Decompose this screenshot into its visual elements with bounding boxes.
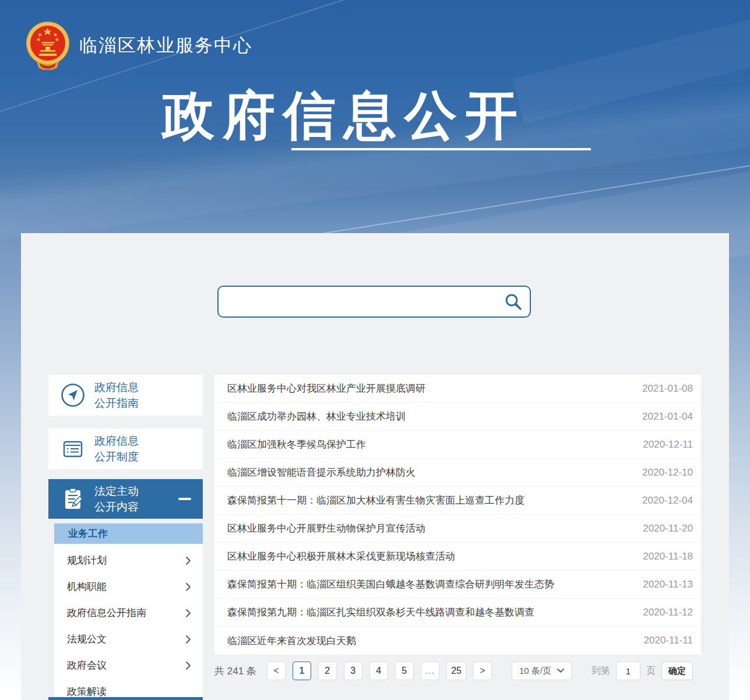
news-row[interactable]: 临淄区增设智能语音提示系统助力护林防火2020-12-10 xyxy=(214,459,701,487)
compass-icon xyxy=(60,382,86,408)
chevron-right-icon xyxy=(185,556,191,565)
news-title[interactable]: 区林业服务中心对我区林业产业开展摸底调研 xyxy=(227,382,425,395)
page-number-button[interactable]: 5 xyxy=(395,662,414,680)
news-title[interactable]: 森保简报第十期：临淄区组织美国白蛾越冬基数调查综合研判明年发生态势 xyxy=(227,578,554,591)
goto-page-input[interactable] xyxy=(616,662,640,680)
sidebar-menu: 规划计划机构职能政府信息公开指南法规公文政府会议政策解读 xyxy=(54,544,203,700)
sidebar-item-label: 政府信息 xyxy=(94,379,139,395)
sidebar: 政府信息 公开指南 政府信息 公开制度 xyxy=(48,375,203,700)
news-title[interactable]: 森保简报第十一期：临淄区加大林业有害生物灾害面上巡查工作力度 xyxy=(227,494,524,507)
news-date: 2020-11-18 xyxy=(643,551,693,562)
header-decoration xyxy=(513,0,750,124)
next-page-button[interactable]: > xyxy=(473,662,492,680)
news-date: 2020-11-20 xyxy=(643,523,693,534)
content-panel: 政府信息 公开指南 政府信息 公开制度 xyxy=(21,233,729,700)
page-ellipsis-button[interactable]: ... xyxy=(421,662,439,680)
page-size-value: 10 条/页 xyxy=(519,666,551,677)
news-row[interactable]: 区林业服务中心积极开展林木采伐更新现场核查活动2020-11-18 xyxy=(214,543,701,571)
news-list: 区林业服务中心对我区林业产业开展摸底调研2021-01-08临淄区成功举办园林、… xyxy=(214,375,701,655)
search-icon[interactable] xyxy=(504,293,523,311)
news-title[interactable]: 森保简报第九期：临淄区扎实组织双条杉天牛线路调查和越冬基数调查 xyxy=(227,606,534,619)
title-underline xyxy=(291,148,591,150)
news-title[interactable]: 临淄区近年来首次发现白天鹅 xyxy=(227,634,356,648)
menu-item-label: 规划计划 xyxy=(67,554,107,567)
chevron-right-icon xyxy=(185,582,191,592)
next-section-card-edge xyxy=(48,697,203,700)
page-number-button[interactable]: 25 xyxy=(446,662,466,680)
news-title[interactable]: 区林业服务中心开展野生动物保护月宣传活动 xyxy=(227,522,425,535)
site-name: 临淄区林业服务中心 xyxy=(79,33,252,58)
sidebar-menu-item[interactable]: 政府会议 xyxy=(54,652,203,678)
chevron-right-icon xyxy=(185,608,191,618)
news-date: 2020-12-04 xyxy=(642,495,693,506)
sidebar-item-label: 公开指南 xyxy=(94,395,139,411)
news-date: 2020-11-11 xyxy=(644,635,693,646)
prev-page-button[interactable]: < xyxy=(267,662,286,680)
page: 临淄区林业服务中心 政府信息公开 政府信息 公开指南 xyxy=(0,0,750,700)
news-row[interactable]: 森保简报第十期：临淄区组织美国白蛾越冬基数调查综合研判明年发生态势2020-11… xyxy=(214,571,701,599)
page-buttons: <12345...25> xyxy=(267,662,499,680)
page-number-button[interactable]: 1 xyxy=(293,662,311,680)
pagination: 共 241 条 <12345...25> 10 条/页 到第 页 确定 xyxy=(214,662,693,680)
sidebar-item-label: 公开制度 xyxy=(94,449,139,465)
sidebar-item-disclosure-rules[interactable]: 政府信息 公开制度 xyxy=(48,428,203,469)
page-size-select[interactable]: 10 条/页 xyxy=(512,662,572,680)
menu-item-label: 法规公文 xyxy=(67,632,107,646)
sidebar-item-label: 法定主动 xyxy=(94,483,139,499)
goto-suffix-label: 页 xyxy=(646,665,656,677)
news-row[interactable]: 森保简报第十一期：临淄区加大林业有害生物灾害面上巡查工作力度2020-12-04 xyxy=(214,487,701,515)
search-input[interactable] xyxy=(219,287,504,316)
news-row[interactable]: 区林业服务中心对我区林业产业开展摸底调研2021-01-08 xyxy=(214,375,701,403)
menu-item-label: 政府信息公开指南 xyxy=(67,606,146,620)
sidebar-item-business-work[interactable]: 业务工作 xyxy=(54,523,203,544)
news-row[interactable]: 临淄区加强秋冬季候鸟保护工作2020-12-11 xyxy=(214,431,701,459)
national-emblem-logo xyxy=(24,21,71,70)
news-date: 2020-11-12 xyxy=(643,607,693,618)
news-date: 2020-12-10 xyxy=(642,467,693,479)
goto-prefix-label: 到第 xyxy=(591,665,610,677)
total-count: 共 241 条 xyxy=(214,664,256,678)
sidebar-item-label: 公开内容 xyxy=(94,499,139,515)
news-date: 2020-11-13 xyxy=(643,579,693,590)
menu-item-label: 政府会议 xyxy=(67,659,107,672)
chevron-right-icon xyxy=(185,661,191,670)
confirm-button[interactable]: 确定 xyxy=(661,662,693,680)
site-brand: 临淄区林业服务中心 xyxy=(24,21,252,70)
chevron-right-icon xyxy=(185,635,191,644)
sidebar-menu-item[interactable]: 机构职能 xyxy=(54,574,203,600)
news-date: 2020-12-11 xyxy=(643,439,693,451)
sidebar-item-statutory-disclosure[interactable]: 法定主动 公开内容 xyxy=(48,479,203,519)
goto-page-group: 到第 页 确定 xyxy=(591,662,693,680)
news-title[interactable]: 临淄区成功举办园林、林业专业技术培训 xyxy=(227,410,406,423)
news-date: 2021-01-04 xyxy=(642,411,693,423)
news-row[interactable]: 临淄区近年来首次发现白天鹅2020-11-11 xyxy=(214,627,701,655)
news-date: 2021-01-08 xyxy=(642,383,693,395)
news-row[interactable]: 区林业服务中心开展野生动物保护月宣传活动2020-11-20 xyxy=(214,515,701,543)
page-title: 政府信息公开 xyxy=(162,80,526,152)
news-title[interactable]: 临淄区增设智能语音提示系统助力护林防火 xyxy=(227,466,416,479)
page-number-button[interactable]: 2 xyxy=(318,662,337,680)
sidebar-menu-item[interactable]: 法规公文 xyxy=(54,626,203,652)
page-number-button[interactable]: 3 xyxy=(344,662,362,680)
menu-item-label: 政策解读 xyxy=(67,685,107,698)
sidebar-menu-item[interactable]: 政府信息公开指南 xyxy=(54,600,203,626)
search-bar xyxy=(217,286,531,318)
header-decoration xyxy=(283,148,750,240)
document-icon xyxy=(60,436,86,462)
news-title[interactable]: 区林业服务中心积极开展林木采伐更新现场核查活动 xyxy=(227,550,455,563)
news-title[interactable]: 临淄区加强秋冬季候鸟保护工作 xyxy=(227,438,366,451)
collapse-minus-icon[interactable] xyxy=(178,498,191,500)
sidebar-menu-item[interactable]: 规划计划 xyxy=(54,547,203,574)
sidebar-item-disclosure-guide[interactable]: 政府信息 公开指南 xyxy=(48,375,203,416)
menu-item-label: 机构职能 xyxy=(67,580,107,593)
clipboard-pencil-icon xyxy=(60,486,86,512)
page-number-button[interactable]: 4 xyxy=(369,662,388,680)
chevron-down-icon xyxy=(557,669,564,673)
news-row[interactable]: 森保简报第九期：临淄区扎实组织双条杉天牛线路调查和越冬基数调查2020-11-1… xyxy=(214,599,701,627)
sidebar-item-label: 政府信息 xyxy=(94,433,139,449)
news-row[interactable]: 临淄区成功举办园林、林业专业技术培训2021-01-04 xyxy=(214,403,701,431)
